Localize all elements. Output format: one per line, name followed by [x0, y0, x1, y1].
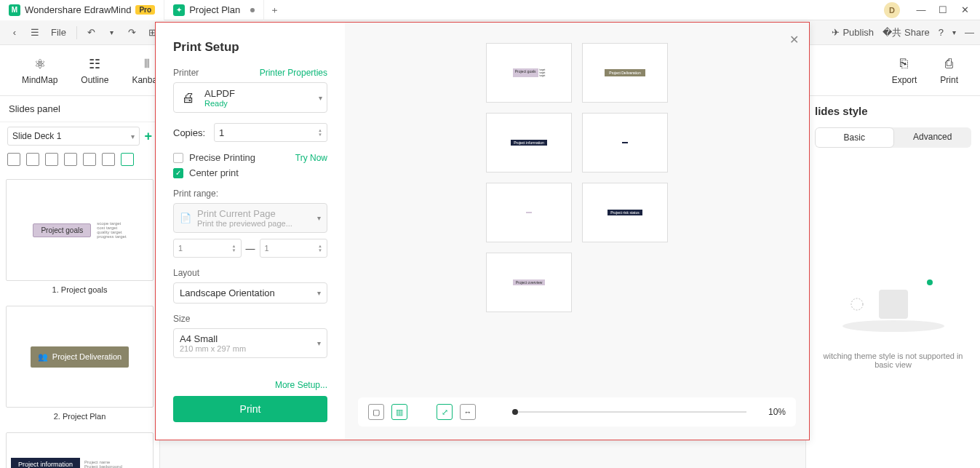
slide-label-2: 2. Project Plan — [6, 412, 154, 421]
layout-select[interactable]: Landscape Orientation▾ — [173, 282, 327, 304]
add-deck-button[interactable]: + — [144, 129, 152, 144]
tool-4[interactable] — [64, 153, 77, 166]
slide-thumb-1[interactable]: Project goals scope target cost target q… — [6, 179, 154, 281]
undo-dropdown[interactable]: ▾ — [103, 24, 121, 41]
layout-single-button[interactable]: ▢ — [368, 404, 384, 420]
kanban-icon: ⫴ — [144, 56, 150, 72]
tool-6[interactable] — [102, 153, 115, 166]
slide-thumb-3[interactable]: Project information Project name Project… — [6, 432, 154, 468]
precise-checkbox[interactable] — [173, 153, 183, 163]
preview-page[interactable]: Project Deliveration — [582, 43, 668, 103]
file-button[interactable]: File — [47, 24, 71, 41]
printer-label: Printer — [173, 68, 199, 78]
slide-items: scope target cost target quality target … — [97, 221, 126, 239]
app-icon: M — [9, 4, 20, 16]
printer-select[interactable]: 🖨 ALPDFReady ▾ — [173, 82, 327, 113]
close-button[interactable]: ✕ — [955, 2, 974, 18]
preview-page[interactable]: Project information — [486, 113, 572, 172]
printer-properties-link[interactable]: Printer Properties — [260, 68, 327, 78]
document-tab[interactable]: ✦ Project Plan — [164, 0, 264, 20]
tool-1[interactable] — [7, 153, 20, 166]
help-dropdown[interactable]: ▾ — [952, 28, 956, 36]
deck-select[interactable]: Slide Deck 1▾ — [7, 127, 140, 146]
style-panel: lides style Basic Advanced witching them… — [805, 96, 980, 468]
modal-preview: Project goalstargettargettarget Project … — [345, 23, 809, 440]
trynow-link[interactable]: Try Now — [295, 153, 327, 163]
width-button[interactable]: ↔ — [460, 404, 476, 420]
modal-settings: Print Setup PrinterPrinter Properties 🖨 … — [156, 23, 345, 440]
help-button[interactable]: ? — [939, 27, 944, 38]
spinner-icon[interactable]: ▲▼ — [318, 128, 322, 137]
style-title: lides style — [815, 105, 971, 117]
minimize-button[interactable]: — — [912, 2, 931, 18]
more-setup-link[interactable]: More Setup... — [173, 380, 327, 396]
outline-button[interactable]: ☷Outline — [81, 56, 108, 85]
print-submit-button[interactable]: Print — [173, 396, 327, 422]
preview-page[interactable]: Project overview — [486, 253, 572, 312]
preview-page[interactable]: Project risk status — [582, 183, 668, 242]
back-button[interactable]: ‹ — [6, 24, 23, 41]
slides-list[interactable]: Project goals scope target cost target q… — [0, 173, 159, 468]
slides-panel: Slides panel Slide Deck 1▾ + Project goa… — [0, 96, 160, 468]
app-tab[interactable]: M Wondershare EdrawMind Pro — [0, 0, 164, 20]
layout-label: Layout — [173, 268, 199, 278]
slide-tag: 👥 Project Deliveration — [31, 346, 129, 368]
chevron-down-icon: ▾ — [131, 132, 135, 140]
spinner-icon[interactable]: ▲▼ — [232, 244, 236, 253]
zoom-value: 10% — [768, 407, 786, 417]
tool-2[interactable] — [26, 153, 39, 166]
tool-3[interactable] — [45, 153, 58, 166]
share-button[interactable]: �共Share — [883, 26, 930, 39]
style-note: witching theme style is not supported in… — [815, 352, 971, 369]
slide-tools — [0, 150, 159, 173]
size-select[interactable]: A4 Small210 mm x 297 mm ▾ — [173, 328, 327, 358]
center-label: Center print — [189, 167, 239, 178]
slide-thumb-2[interactable]: 👥 Project Deliveration — [6, 306, 154, 408]
fit-button[interactable]: ⤢ — [437, 404, 453, 420]
unsaved-dot — [250, 8, 255, 12]
tab-basic[interactable]: Basic — [815, 127, 894, 148]
range-select[interactable]: 📄 Print Current Page Print the previewed… — [173, 203, 327, 233]
print-button[interactable]: ⎙Print — [940, 56, 958, 85]
redo-button[interactable]: ↷ — [124, 24, 141, 41]
tab-advanced[interactable]: Advanced — [894, 127, 972, 148]
tool-5[interactable] — [83, 153, 96, 166]
style-tabs: Basic Advanced — [815, 127, 971, 148]
size-label: Size — [173, 314, 190, 324]
panel-title: Slides panel — [0, 96, 159, 122]
slider-handle[interactable] — [512, 409, 518, 415]
range-to-input[interactable]: 1▲▼ — [260, 239, 328, 258]
publish-button[interactable]: ✈Publish — [832, 27, 874, 38]
maximize-button[interactable]: ☐ — [933, 2, 952, 18]
export-button[interactable]: ⎘Export — [892, 56, 917, 85]
range-sep: — — [246, 243, 255, 254]
menu-button[interactable]: ☰ — [26, 24, 44, 41]
badge-pro: Pro — [135, 5, 155, 15]
spinner-icon[interactable]: ▲▼ — [318, 244, 322, 253]
illustration — [815, 257, 971, 344]
preview-page[interactable]: Project goalstargettargettarget — [486, 43, 572, 103]
doc-tab-label: Project Plan — [189, 4, 240, 15]
undo-button[interactable]: ↶ — [83, 24, 100, 41]
mindmap-button[interactable]: ⚛MindMap — [22, 56, 57, 85]
copies-label: Copies: — [173, 127, 205, 138]
add-tab-button[interactable]: ＋ — [264, 4, 285, 17]
copies-input[interactable]: 1▲▼ — [214, 123, 327, 142]
slide-tag: Project goals — [33, 223, 91, 237]
chevron-down-icon: ▾ — [319, 94, 322, 102]
zoom-slider[interactable] — [512, 411, 746, 413]
svg-point-2 — [927, 279, 933, 285]
tool-7[interactable] — [121, 153, 134, 166]
print-icon: ⎙ — [945, 56, 953, 72]
preview-page[interactable] — [486, 183, 572, 242]
preview-page[interactable] — [582, 113, 668, 172]
avatar[interactable]: D — [884, 2, 900, 18]
modal-title: Print Setup — [173, 40, 327, 55]
range-from-input[interactable]: 1▲▼ — [173, 239, 242, 258]
modal-close-button[interactable]: ✕ — [789, 33, 799, 47]
chevron-down-icon: ▾ — [317, 289, 321, 297]
center-checkbox[interactable]: ✓ — [173, 168, 183, 178]
settings-button[interactable]: — — [965, 27, 974, 38]
layout-grid-button[interactable]: ▥ — [391, 404, 407, 420]
svg-point-3 — [851, 298, 863, 310]
